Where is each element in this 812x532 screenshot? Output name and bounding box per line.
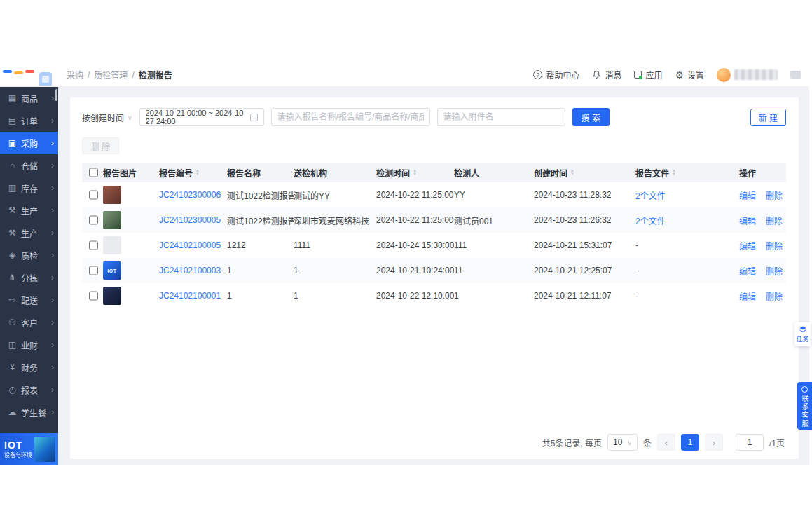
create-button[interactable]: 新 建 <box>750 109 786 126</box>
headset-icon <box>801 386 808 393</box>
sort-icon[interactable] <box>413 169 417 176</box>
row-checkbox[interactable] <box>89 240 98 250</box>
chevron-right-icon <box>51 295 54 305</box>
brand-logo[interactable] <box>0 63 58 87</box>
delete-link[interactable]: 删除 <box>766 290 783 302</box>
delete-link[interactable]: 删除 <box>766 240 783 252</box>
column-header-created[interactable]: 创建时间 <box>534 167 635 179</box>
tasks-float-button[interactable]: 任务 <box>794 322 811 346</box>
search-button[interactable]: 搜 索 <box>572 108 610 126</box>
sort-icon[interactable] <box>672 169 676 176</box>
breadcrumb-item[interactable]: 采购 <box>67 69 83 81</box>
edit-link[interactable]: 编辑 <box>739 240 756 252</box>
files-empty: - <box>635 266 638 275</box>
files-link[interactable]: 2个文件 <box>635 214 666 226</box>
sort-icon[interactable] <box>570 169 574 176</box>
column-header-test-time[interactable]: 检测时间 <box>376 167 454 179</box>
edit-link[interactable]: 编辑 <box>739 214 756 226</box>
edit-link[interactable]: 编辑 <box>739 189 756 201</box>
test-time: 2024-10-22 12:10:00 <box>376 291 454 301</box>
avatar <box>717 68 731 82</box>
bulk-delete-button[interactable]: 删 除 <box>82 137 119 154</box>
apps-button[interactable]: 应用 <box>634 69 662 81</box>
report-name: 1 <box>227 266 294 275</box>
row-checkbox[interactable] <box>89 190 98 200</box>
sidebar-scrollbar[interactable] <box>55 89 57 101</box>
sidebar-item-production-2[interactable]: 生产 <box>0 221 58 244</box>
chevron-right-icon <box>51 93 54 103</box>
page-size-select[interactable]: 10 <box>607 434 638 451</box>
report-no-link[interactable]: JC24102100003 <box>159 266 221 275</box>
sidebar-item-delivery[interactable]: 配送 <box>0 289 58 311</box>
select-all-checkbox[interactable] <box>89 168 98 177</box>
date-range-input[interactable]: 2024-10-21 00:00 ~ 2024-10-27 24:00 <box>139 108 264 126</box>
report-no-link[interactable]: JC24102100001 <box>159 291 221 301</box>
column-header-report-no[interactable]: 报告编号 <box>159 167 227 179</box>
created-time: 2024-10-23 11:26:32 <box>534 215 635 225</box>
sidebar-item-orders[interactable]: 订单 <box>0 109 58 132</box>
page-jump-input[interactable]: 1 <box>736 434 764 451</box>
report-thumbnail[interactable] <box>103 186 121 204</box>
files-link[interactable]: 2个文件 <box>635 189 666 201</box>
sidebar-item-student-meals[interactable]: 学生餐 <box>0 401 58 423</box>
report-no-link[interactable]: JC24102100005 <box>159 240 221 250</box>
sidebar-item-quality[interactable]: 质检 <box>0 244 58 266</box>
messages-button[interactable]: 消息 <box>592 69 621 81</box>
sidebar-item-purchase[interactable]: 采购 <box>0 132 58 154</box>
sidebar-item-inventory[interactable]: 库存 <box>0 177 58 199</box>
report-thumbnail-placeholder[interactable] <box>103 236 121 254</box>
sidebar-item-sorting[interactable]: 分拣 <box>0 266 58 289</box>
app-logo-text: IOT 设备与环境 <box>4 440 32 458</box>
row-checkbox[interactable] <box>89 215 98 225</box>
time-field-select[interactable]: 按创建时间 <box>82 111 132 123</box>
page-button-1[interactable]: 1 <box>681 434 699 451</box>
report-no-link[interactable]: JC24102300005 <box>159 215 221 225</box>
user-account[interactable] <box>717 68 778 82</box>
tester: 测试员001 <box>454 214 534 226</box>
column-header-name: 报告名称 <box>227 167 294 179</box>
chevron-right-icon <box>51 385 54 395</box>
row-checkbox[interactable] <box>89 266 98 275</box>
table-row: JC24102100001 1 1 2024-10-22 12:10:00 1 … <box>82 283 786 308</box>
report-thumbnail[interactable]: IOT <box>103 261 121 280</box>
logo-dash-red <box>25 70 34 73</box>
next-page-button[interactable] <box>705 434 723 451</box>
keyword-input[interactable] <box>271 108 430 126</box>
sort-icon[interactable] <box>195 169 200 176</box>
filter-bar: 按创建时间 2024-10-21 00:00 ~ 2024-10-27 24:0… <box>82 108 786 126</box>
report-no-link[interactable]: JC24102300006 <box>159 190 221 200</box>
row-checkbox[interactable] <box>89 291 98 301</box>
money-icon <box>7 362 18 372</box>
sidebar-item-customers[interactable]: 客户 <box>0 311 58 334</box>
warehouse-icon <box>7 161 18 170</box>
chevron-right-icon <box>51 273 54 282</box>
apps-icon <box>634 71 642 79</box>
created-time: 2024-10-21 12:11:07 <box>534 291 635 301</box>
breadcrumb-item[interactable]: 质检管理 <box>94 69 128 81</box>
sidebar-item-warehouse[interactable]: 仓储 <box>0 154 58 177</box>
sidebar-item-business-finance[interactable]: 业财 <box>0 334 58 356</box>
delete-link[interactable]: 删除 <box>766 265 783 277</box>
delete-link[interactable]: 删除 <box>766 214 783 226</box>
agency: 1 <box>294 266 376 275</box>
settings-button[interactable]: 设置 <box>675 69 704 81</box>
report-thumbnail[interactable] <box>103 287 121 305</box>
sidebar-item-goods[interactable]: 商品 <box>0 87 58 109</box>
contact-support-float-button[interactable]: 联系客服 <box>797 382 812 430</box>
test-time: 2024-10-21 10:24:00 <box>376 266 454 275</box>
prev-page-button[interactable] <box>657 434 675 451</box>
sidebar-item-reports[interactable]: 报表 <box>0 378 58 401</box>
report-thumbnail[interactable] <box>103 211 121 229</box>
attachment-input[interactable] <box>437 108 565 126</box>
total-pages-label: /1页 <box>769 437 785 449</box>
tester: YY <box>454 190 534 200</box>
sidebar-item-production-1[interactable]: 生产 <box>0 199 58 221</box>
edit-link[interactable]: 编辑 <box>739 290 756 302</box>
edit-link[interactable]: 编辑 <box>739 265 756 277</box>
help-center-button[interactable]: 帮助中心 <box>533 69 579 81</box>
page: 采购 / 质检管理 / 检测报告 帮助中心 消息 应用 <box>0 0 812 532</box>
cart-icon <box>7 138 18 148</box>
sidebar-item-finance[interactable]: 财务 <box>0 356 58 378</box>
delete-link[interactable]: 删除 <box>766 189 783 201</box>
column-header-files[interactable]: 报告文件 <box>635 167 739 179</box>
